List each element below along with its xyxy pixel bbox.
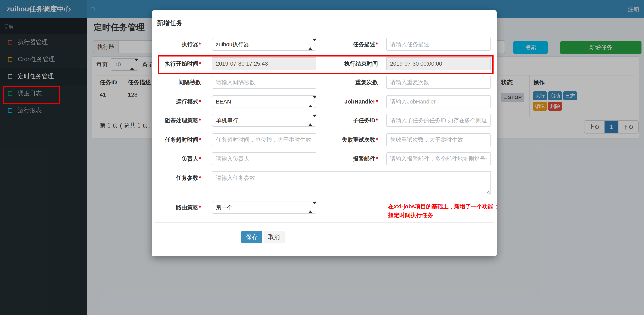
divider: [152, 32, 497, 32]
select-caret-icon: [308, 38, 312, 50]
block-strategy-label: 阻塞处理策略: [152, 114, 201, 127]
select-caret-icon: [308, 96, 312, 108]
run-mode-select-value: BEAN: [216, 99, 231, 105]
run-mode-label: 运行模式: [152, 95, 201, 108]
executor-select-value: zuihou执行器: [216, 41, 249, 47]
route-strategy-label: 路由策略: [152, 201, 201, 214]
select-caret-icon: [308, 201, 312, 213]
executor-select[interactable]: zuihou执行器: [212, 38, 316, 51]
child-task-id-label: 子任务ID: [318, 114, 378, 127]
child-task-id-input[interactable]: [386, 114, 491, 127]
retry-count-label: 失败重试次数: [318, 133, 378, 146]
task-desc-label: 任务描述: [318, 38, 378, 51]
end-time-input[interactable]: [386, 57, 491, 70]
owner-input[interactable]: [212, 152, 316, 165]
interval-input[interactable]: [212, 76, 316, 89]
owner-label: 负责人: [152, 152, 201, 165]
start-time-label: 执行开始时间: [152, 57, 201, 70]
block-strategy-select-value: 单机串行: [216, 117, 238, 123]
repeat-count-label: 重复次数: [318, 76, 378, 89]
task-params-textarea[interactable]: [212, 171, 491, 195]
end-time-label: 执行结束时间: [318, 57, 378, 70]
alarm-email-label: 报警邮件: [318, 152, 378, 165]
annotation-note-line2: 指定时间执行任务: [388, 211, 508, 220]
block-strategy-select[interactable]: 单机串行: [212, 114, 316, 127]
alarm-email-input[interactable]: [386, 152, 491, 165]
add-task-modal: 新增任务 执行器 zuihou执行器 任务描述 执行开始时间 执行结束时间 间隔…: [152, 10, 497, 256]
repeat-count-input[interactable]: [386, 76, 491, 89]
divider: [155, 222, 494, 223]
task-params-label: 任务参数: [152, 171, 201, 184]
jobhandler-input[interactable]: [386, 95, 491, 108]
timeout-input[interactable]: [212, 133, 316, 146]
timeout-label: 任务超时时间: [152, 133, 201, 146]
modal-title: 新增任务: [157, 19, 182, 28]
route-strategy-select[interactable]: 第一个: [212, 201, 316, 214]
route-strategy-select-value: 第一个: [216, 204, 233, 210]
run-mode-select[interactable]: BEAN: [212, 95, 316, 108]
cancel-button[interactable]: 取消: [264, 231, 284, 243]
retry-count-input[interactable]: [386, 133, 491, 146]
executor-label: 执行器: [152, 38, 201, 51]
start-time-input[interactable]: [212, 57, 316, 70]
task-desc-input[interactable]: [386, 38, 491, 51]
jobhandler-label: JobHandler: [318, 95, 378, 108]
annotation-note-line1: 在xxl-jobs项目的基础上，新增了一个功能：: [388, 202, 508, 211]
save-button[interactable]: 保存: [241, 231, 262, 243]
annotation-note: 在xxl-jobs项目的基础上，新增了一个功能： 指定时间执行任务: [388, 202, 508, 220]
interval-label: 间隔秒数: [152, 76, 201, 89]
textarea-resize-handle[interactable]: [487, 191, 490, 194]
select-caret-icon: [308, 114, 312, 126]
